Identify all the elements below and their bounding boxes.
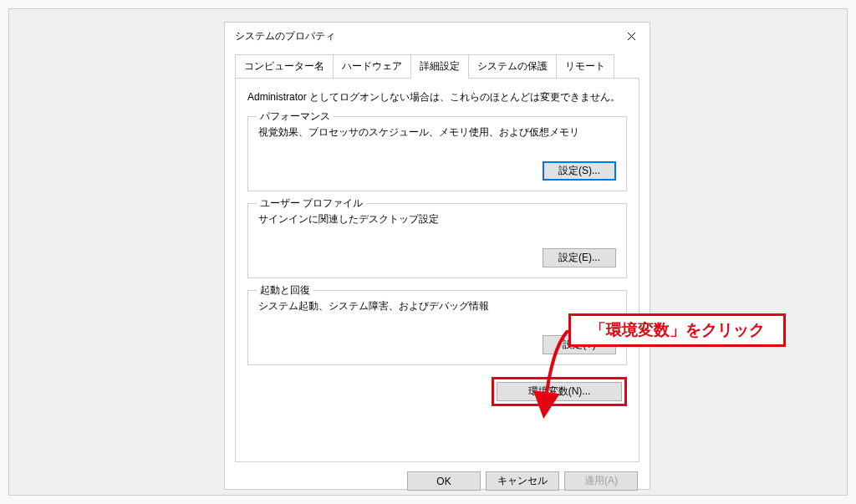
tab-system-protection[interactable]: システムの保護 [468, 54, 557, 79]
annotation-callout: 「環境変数」をクリック [568, 313, 786, 347]
performance-settings-button[interactable]: 設定(S)... [543, 161, 616, 181]
environment-variables-button[interactable]: 環境変数(N)... [497, 382, 622, 401]
performance-fieldset: パフォーマンス 視覚効果、プロセッサのスケジュール、メモリ使用、および仮想メモリ… [247, 116, 627, 191]
dialog-bottom-buttons: OK キャンセル 適用(A) [225, 471, 650, 502]
tab-remote[interactable]: リモート [556, 54, 614, 79]
tabs: コンピューター名 ハードウェア 詳細設定 システムの保護 リモート [235, 54, 639, 79]
ok-button[interactable]: OK [407, 471, 481, 491]
performance-legend: パフォーマンス [257, 109, 334, 124]
close-button[interactable] [619, 24, 643, 48]
env-row: 環境変数(N)... [247, 377, 627, 406]
tab-content-advanced: Administrator としてログオンしない場合は、これらのほとんどは変更で… [235, 78, 639, 462]
dialog-title: システムのプロパティ [235, 29, 335, 43]
startup-desc: システム起動、システム障害、およびデバッグ情報 [258, 299, 616, 313]
tab-hardware[interactable]: ハードウェア [333, 54, 411, 79]
cancel-button[interactable]: キャンセル [486, 471, 559, 491]
apply-button: 適用(A) [564, 471, 638, 491]
user-profile-settings-button[interactable]: 設定(E)... [543, 248, 616, 267]
admin-note: Administrator としてログオンしない場合は、これらのほとんどは変更で… [247, 90, 627, 104]
close-icon [627, 32, 636, 41]
user-profile-desc: サインインに関連したデスクトップ設定 [258, 212, 616, 227]
callout-text: 「環境変数」をクリック [590, 319, 765, 341]
startup-legend: 起動と回復 [257, 283, 313, 298]
tab-computer-name[interactable]: コンピューター名 [235, 54, 334, 79]
env-button-highlight: 環境変数(N)... [492, 377, 627, 406]
tab-advanced[interactable]: 詳細設定 [410, 54, 469, 79]
performance-desc: 視覚効果、プロセッサのスケジュール、メモリ使用、および仮想メモリ [258, 125, 616, 140]
titlebar: システムのプロパティ [225, 23, 650, 49]
outer-frame: システムのプロパティ コンピューター名 ハードウェア 詳細設定 システムの保護 … [8, 8, 848, 496]
system-properties-dialog: システムのプロパティ コンピューター名 ハードウェア 詳細設定 システムの保護 … [224, 22, 650, 490]
user-profile-fieldset: ユーザー プロファイル サインインに関連したデスクトップ設定 設定(E)... [247, 203, 627, 278]
user-profile-legend: ユーザー プロファイル [257, 196, 366, 211]
